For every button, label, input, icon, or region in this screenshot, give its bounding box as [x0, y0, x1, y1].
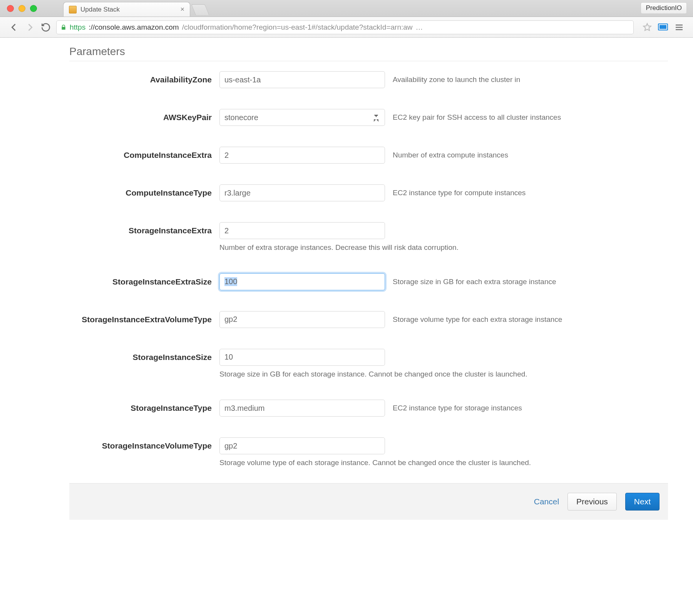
param-desc: EC2 instance type for storage instances — [393, 400, 668, 413]
window-controls — [0, 0, 44, 17]
cloudformation-favicon-icon — [69, 6, 77, 13]
param-desc: Availability zone to launch the cluster … — [393, 71, 668, 85]
param-label: StorageInstanceExtraVolumeType — [69, 311, 212, 325]
browser-chrome: Update Stack × PredictionIO https://cons… — [0, 0, 693, 38]
param-desc: Storage volume type of each storage inst… — [219, 454, 668, 468]
compute-instance-type-input[interactable] — [219, 184, 385, 201]
url-host: ://console.aws.amazon.com — [89, 23, 179, 32]
param-desc: Number of extra compute instances — [393, 147, 668, 160]
url-path: /cloudformation/home?region=us-east-1#/s… — [182, 23, 413, 32]
param-label: AvailabilityZone — [69, 71, 212, 85]
tab-title: Update Stack — [80, 6, 120, 13]
browser-toolbar: https://console.aws.amazon.com/cloudform… — [0, 17, 693, 38]
reload-button[interactable] — [41, 22, 51, 32]
window-minimize-icon[interactable] — [18, 5, 25, 12]
browser-tab[interactable]: Update Stack × — [63, 2, 190, 17]
tab-close-icon[interactable]: × — [180, 5, 184, 13]
cancel-button[interactable]: Cancel — [534, 497, 559, 506]
storage-instance-volume-type-input[interactable] — [219, 437, 385, 454]
param-label: ComputeInstanceExtra — [69, 147, 212, 161]
param-desc: Storage size in GB for each storage inst… — [219, 366, 668, 379]
param-label: StorageInstanceSize — [69, 349, 212, 363]
storage-instance-extra-volume-type-input[interactable] — [219, 311, 385, 328]
param-row-availability-zone: AvailabilityZone Availability zone to la… — [69, 71, 668, 88]
hamburger-menu-icon[interactable] — [674, 23, 685, 32]
previous-button[interactable]: Previous — [567, 493, 617, 511]
param-label: StorageInstanceExtraSize — [69, 273, 212, 287]
param-row-storage-instance-extra-size: StorageInstanceExtraSize Storage size in… — [69, 273, 668, 290]
storage-instance-type-input[interactable] — [219, 400, 385, 417]
param-row-storage-instance-extra-volume-type: StorageInstanceExtraVolumeType Storage v… — [69, 311, 668, 328]
next-button[interactable]: Next — [625, 493, 660, 511]
param-row-compute-instance-extra: ComputeInstanceExtra Number of extra com… — [69, 147, 668, 164]
url-truncated: … — [416, 23, 423, 32]
toolbar-right — [642, 22, 685, 32]
param-label: ComputeInstanceType — [69, 184, 212, 198]
param-row-compute-instance-type: ComputeInstanceType EC2 instance type fo… — [69, 184, 668, 201]
back-button[interactable] — [8, 22, 19, 33]
section-title: Parameters — [69, 45, 668, 61]
availability-zone-input[interactable] — [219, 71, 385, 88]
param-label: StorageInstanceExtra — [69, 222, 212, 236]
param-row-aws-key-pair: AWSKeyPair stonecore EC2 key pair for SS… — [69, 109, 668, 126]
param-row-storage-instance-type: StorageInstanceType EC2 instance type fo… — [69, 400, 668, 417]
wizard-footer: Cancel Previous Next — [69, 483, 668, 520]
present-mode-icon[interactable] — [658, 23, 668, 32]
storage-instance-extra-size-input[interactable] — [219, 273, 385, 290]
svg-rect-1 — [660, 25, 666, 28]
compute-instance-extra-input[interactable] — [219, 147, 385, 164]
storage-instance-size-input[interactable] — [219, 349, 385, 366]
param-row-storage-instance-extra: StorageInstanceExtra Number of extra sto… — [69, 222, 668, 253]
window-close-icon[interactable] — [7, 5, 14, 12]
param-row-storage-instance-volume-type: StorageInstanceVolumeType Storage volume… — [69, 437, 668, 468]
param-label: AWSKeyPair — [69, 109, 212, 123]
param-desc: EC2 instance type for compute instances — [393, 184, 668, 198]
window-maximize-icon[interactable] — [30, 5, 37, 12]
new-tab-button[interactable] — [191, 4, 209, 15]
param-label: StorageInstanceType — [69, 400, 212, 413]
aws-key-pair-select[interactable]: stonecore — [219, 109, 385, 126]
storage-instance-extra-input[interactable] — [219, 222, 385, 239]
url-scheme: https — [70, 23, 85, 32]
address-bar[interactable]: https://console.aws.amazon.com/cloudform… — [56, 20, 634, 34]
tab-strip: Update Stack × PredictionIO — [0, 0, 693, 17]
forward-button[interactable] — [25, 22, 35, 33]
param-desc: Number of extra storage instances. Decre… — [219, 239, 668, 253]
bookmark-star-icon[interactable] — [642, 22, 652, 32]
page-content: Parameters AvailabilityZone Availability… — [0, 38, 693, 520]
param-desc: EC2 key pair for SSH access to all clust… — [393, 109, 668, 122]
param-desc: Storage volume type for each extra stora… — [393, 311, 668, 325]
profile-badge[interactable]: PredictionIO — [641, 2, 687, 14]
param-row-storage-instance-size: StorageInstanceSize Storage size in GB f… — [69, 349, 668, 379]
lock-icon — [60, 24, 67, 31]
param-desc: Storage size in GB for each extra storag… — [393, 273, 668, 287]
param-label: StorageInstanceVolumeType — [69, 437, 212, 451]
